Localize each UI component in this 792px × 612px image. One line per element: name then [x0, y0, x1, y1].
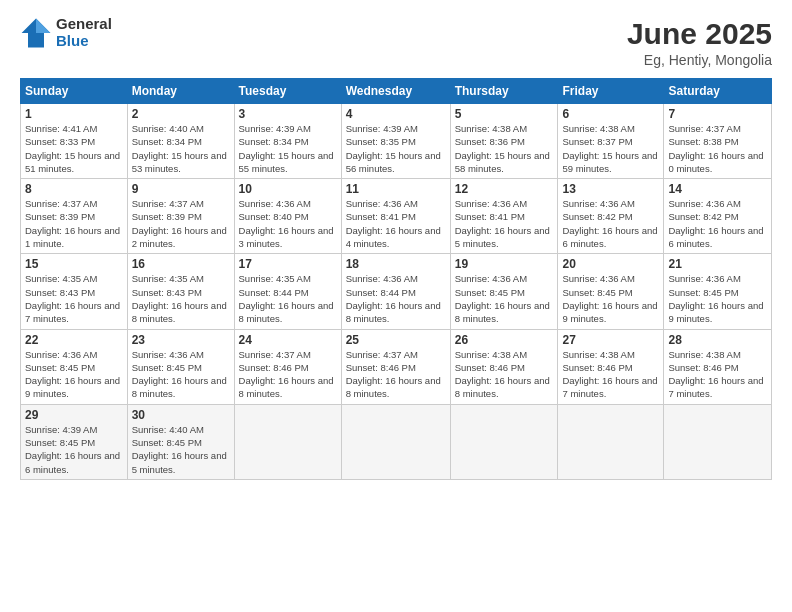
- week-row-3: 15 Sunrise: 4:35 AMSunset: 8:43 PMDaylig…: [21, 254, 772, 329]
- day-cell-29: 29 Sunrise: 4:39 AMSunset: 8:45 PMDaylig…: [21, 404, 128, 479]
- day-num-28: 28: [668, 333, 767, 347]
- day-cell-24: 24 Sunrise: 4:37 AMSunset: 8:46 PMDaylig…: [234, 329, 341, 404]
- day-num-29: 29: [25, 408, 123, 422]
- empty-cell-1: [234, 404, 341, 479]
- empty-cell-5: [664, 404, 772, 479]
- day-cell-26: 26 Sunrise: 4:38 AMSunset: 8:46 PMDaylig…: [450, 329, 558, 404]
- day-info-8: Sunrise: 4:37 AMSunset: 8:39 PMDaylight:…: [25, 197, 123, 250]
- col-saturday: Saturday: [664, 79, 772, 104]
- day-num-15: 15: [25, 257, 123, 271]
- day-num-2: 2: [132, 107, 230, 121]
- day-num-6: 6: [562, 107, 659, 121]
- day-info-12: Sunrise: 4:36 AMSunset: 8:41 PMDaylight:…: [455, 197, 554, 250]
- week-row-5: 29 Sunrise: 4:39 AMSunset: 8:45 PMDaylig…: [21, 404, 772, 479]
- logo-icon: [20, 17, 52, 49]
- logo-text: General Blue: [56, 16, 112, 49]
- day-num-30: 30: [132, 408, 230, 422]
- calendar-header-row: Sunday Monday Tuesday Wednesday Thursday…: [21, 79, 772, 104]
- day-cell-25: 25 Sunrise: 4:37 AMSunset: 8:46 PMDaylig…: [341, 329, 450, 404]
- page: General Blue June 2025 Eg, Hentiy, Mongo…: [0, 0, 792, 612]
- week-row-4: 22 Sunrise: 4:36 AMSunset: 8:45 PMDaylig…: [21, 329, 772, 404]
- day-cell-8: 8 Sunrise: 4:37 AMSunset: 8:39 PMDayligh…: [21, 179, 128, 254]
- day-info-3: Sunrise: 4:39 AMSunset: 8:34 PMDaylight:…: [239, 122, 337, 175]
- day-info-1: Sunrise: 4:41 AMSunset: 8:33 PMDaylight:…: [25, 122, 123, 175]
- day-info-15: Sunrise: 4:35 AMSunset: 8:43 PMDaylight:…: [25, 272, 123, 325]
- day-cell-13: 13 Sunrise: 4:36 AMSunset: 8:42 PMDaylig…: [558, 179, 664, 254]
- day-num-13: 13: [562, 182, 659, 196]
- day-cell-21: 21 Sunrise: 4:36 AMSunset: 8:45 PMDaylig…: [664, 254, 772, 329]
- empty-cell-2: [341, 404, 450, 479]
- day-num-25: 25: [346, 333, 446, 347]
- day-info-6: Sunrise: 4:38 AMSunset: 8:37 PMDaylight:…: [562, 122, 659, 175]
- day-num-5: 5: [455, 107, 554, 121]
- day-info-7: Sunrise: 4:37 AMSunset: 8:38 PMDaylight:…: [668, 122, 767, 175]
- day-num-26: 26: [455, 333, 554, 347]
- day-info-5: Sunrise: 4:38 AMSunset: 8:36 PMDaylight:…: [455, 122, 554, 175]
- day-info-9: Sunrise: 4:37 AMSunset: 8:39 PMDaylight:…: [132, 197, 230, 250]
- day-info-19: Sunrise: 4:36 AMSunset: 8:45 PMDaylight:…: [455, 272, 554, 325]
- day-info-30: Sunrise: 4:40 AMSunset: 8:45 PMDaylight:…: [132, 423, 230, 476]
- day-info-18: Sunrise: 4:36 AMSunset: 8:44 PMDaylight:…: [346, 272, 446, 325]
- day-num-4: 4: [346, 107, 446, 121]
- day-cell-16: 16 Sunrise: 4:35 AMSunset: 8:43 PMDaylig…: [127, 254, 234, 329]
- day-num-24: 24: [239, 333, 337, 347]
- day-num-3: 3: [239, 107, 337, 121]
- day-cell-7: 7 Sunrise: 4:37 AMSunset: 8:38 PMDayligh…: [664, 104, 772, 179]
- header: General Blue June 2025 Eg, Hentiy, Mongo…: [20, 16, 772, 68]
- day-cell-14: 14 Sunrise: 4:36 AMSunset: 8:42 PMDaylig…: [664, 179, 772, 254]
- day-cell-19: 19 Sunrise: 4:36 AMSunset: 8:45 PMDaylig…: [450, 254, 558, 329]
- day-num-22: 22: [25, 333, 123, 347]
- day-cell-15: 15 Sunrise: 4:35 AMSunset: 8:43 PMDaylig…: [21, 254, 128, 329]
- day-info-29: Sunrise: 4:39 AMSunset: 8:45 PMDaylight:…: [25, 423, 123, 476]
- logo: General Blue: [20, 16, 112, 49]
- day-cell-6: 6 Sunrise: 4:38 AMSunset: 8:37 PMDayligh…: [558, 104, 664, 179]
- logo-blue-label: Blue: [56, 33, 112, 50]
- day-cell-23: 23 Sunrise: 4:36 AMSunset: 8:45 PMDaylig…: [127, 329, 234, 404]
- day-info-14: Sunrise: 4:36 AMSunset: 8:42 PMDaylight:…: [668, 197, 767, 250]
- day-cell-18: 18 Sunrise: 4:36 AMSunset: 8:44 PMDaylig…: [341, 254, 450, 329]
- day-num-16: 16: [132, 257, 230, 271]
- col-wednesday: Wednesday: [341, 79, 450, 104]
- day-cell-2: 2 Sunrise: 4:40 AMSunset: 8:34 PMDayligh…: [127, 104, 234, 179]
- day-cell-17: 17 Sunrise: 4:35 AMSunset: 8:44 PMDaylig…: [234, 254, 341, 329]
- day-num-19: 19: [455, 257, 554, 271]
- day-info-26: Sunrise: 4:38 AMSunset: 8:46 PMDaylight:…: [455, 348, 554, 401]
- logo-general-label: General: [56, 16, 112, 33]
- day-info-25: Sunrise: 4:37 AMSunset: 8:46 PMDaylight:…: [346, 348, 446, 401]
- day-cell-5: 5 Sunrise: 4:38 AMSunset: 8:36 PMDayligh…: [450, 104, 558, 179]
- day-num-14: 14: [668, 182, 767, 196]
- day-info-16: Sunrise: 4:35 AMSunset: 8:43 PMDaylight:…: [132, 272, 230, 325]
- day-num-7: 7: [668, 107, 767, 121]
- day-info-2: Sunrise: 4:40 AMSunset: 8:34 PMDaylight:…: [132, 122, 230, 175]
- week-row-2: 8 Sunrise: 4:37 AMSunset: 8:39 PMDayligh…: [21, 179, 772, 254]
- day-num-12: 12: [455, 182, 554, 196]
- day-cell-1: 1 Sunrise: 4:41 AMSunset: 8:33 PMDayligh…: [21, 104, 128, 179]
- day-info-4: Sunrise: 4:39 AMSunset: 8:35 PMDaylight:…: [346, 122, 446, 175]
- day-cell-9: 9 Sunrise: 4:37 AMSunset: 8:39 PMDayligh…: [127, 179, 234, 254]
- calendar-table: Sunday Monday Tuesday Wednesday Thursday…: [20, 78, 772, 480]
- col-tuesday: Tuesday: [234, 79, 341, 104]
- main-title: June 2025: [627, 16, 772, 52]
- day-cell-4: 4 Sunrise: 4:39 AMSunset: 8:35 PMDayligh…: [341, 104, 450, 179]
- day-info-27: Sunrise: 4:38 AMSunset: 8:46 PMDaylight:…: [562, 348, 659, 401]
- title-block: June 2025 Eg, Hentiy, Mongolia: [627, 16, 772, 68]
- day-cell-11: 11 Sunrise: 4:36 AMSunset: 8:41 PMDaylig…: [341, 179, 450, 254]
- col-friday: Friday: [558, 79, 664, 104]
- day-cell-12: 12 Sunrise: 4:36 AMSunset: 8:41 PMDaylig…: [450, 179, 558, 254]
- day-cell-3: 3 Sunrise: 4:39 AMSunset: 8:34 PMDayligh…: [234, 104, 341, 179]
- svg-marker-1: [36, 18, 50, 32]
- day-info-23: Sunrise: 4:36 AMSunset: 8:45 PMDaylight:…: [132, 348, 230, 401]
- col-thursday: Thursday: [450, 79, 558, 104]
- day-info-17: Sunrise: 4:35 AMSunset: 8:44 PMDaylight:…: [239, 272, 337, 325]
- day-cell-30: 30 Sunrise: 4:40 AMSunset: 8:45 PMDaylig…: [127, 404, 234, 479]
- empty-cell-4: [558, 404, 664, 479]
- day-cell-10: 10 Sunrise: 4:36 AMSunset: 8:40 PMDaylig…: [234, 179, 341, 254]
- day-num-27: 27: [562, 333, 659, 347]
- day-num-21: 21: [668, 257, 767, 271]
- day-info-10: Sunrise: 4:36 AMSunset: 8:40 PMDaylight:…: [239, 197, 337, 250]
- day-cell-20: 20 Sunrise: 4:36 AMSunset: 8:45 PMDaylig…: [558, 254, 664, 329]
- day-info-21: Sunrise: 4:36 AMSunset: 8:45 PMDaylight:…: [668, 272, 767, 325]
- day-info-20: Sunrise: 4:36 AMSunset: 8:45 PMDaylight:…: [562, 272, 659, 325]
- day-num-18: 18: [346, 257, 446, 271]
- day-cell-27: 27 Sunrise: 4:38 AMSunset: 8:46 PMDaylig…: [558, 329, 664, 404]
